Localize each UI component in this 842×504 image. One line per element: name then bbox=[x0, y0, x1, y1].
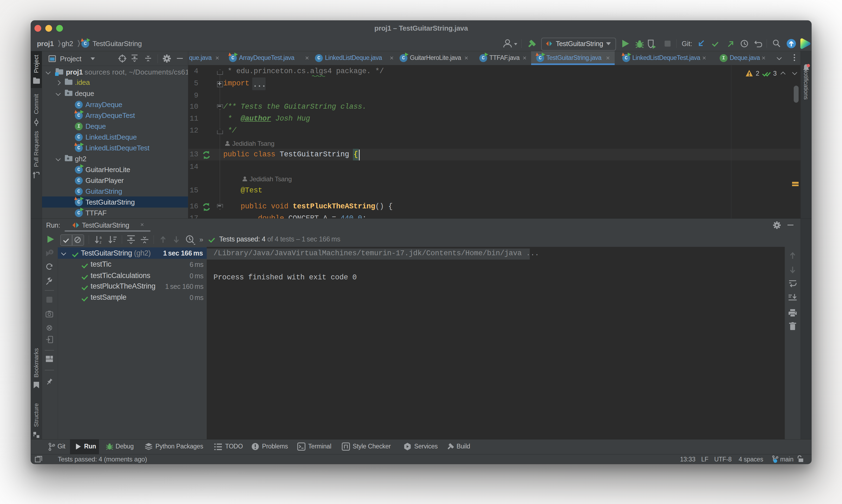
svg-text:a: a bbox=[100, 235, 102, 239]
svg-text:9: 9 bbox=[50, 250, 52, 254]
svg-text:z: z bbox=[100, 240, 101, 245]
